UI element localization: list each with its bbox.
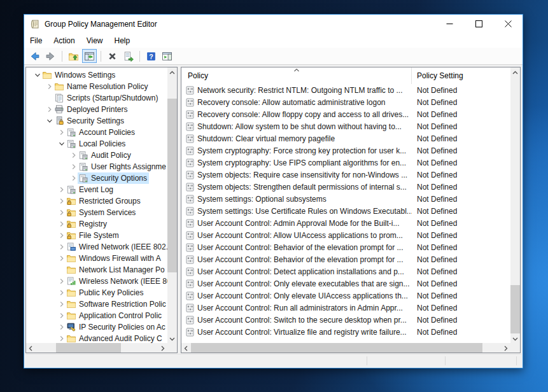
tree-item-audit-policy[interactable]: Audit Policy	[26, 150, 167, 161]
tree-item-wired-network-ieee-802[interactable]: Wired Network (IEEE 802.	[26, 241, 167, 253]
tree-item-account-policies[interactable]: Account Policies	[26, 127, 167, 138]
tree-item-ip-security-policies-on-ac[interactable]: IP Security Policies on Ac	[26, 321, 167, 333]
title-bar[interactable]: Group Policy Management Editor	[24, 15, 523, 34]
tree-item-advanced-audit-policy-c[interactable]: Advanced Audit Policy C	[26, 333, 167, 343]
chevron-right-icon[interactable]	[58, 129, 66, 136]
scroll-down-button[interactable]	[167, 333, 177, 343]
scroll-thumb[interactable]	[191, 343, 482, 353]
chevron-right-icon[interactable]	[58, 244, 66, 250]
tree-item-public-key-policies[interactable]: Public Key Policies	[26, 287, 167, 298]
tree-item-name-resolution-policy[interactable]: Name Resolution Policy	[26, 81, 167, 92]
policy-row[interactable]: Network security: Restrict NTLM: Outgoin…	[181, 84, 510, 96]
policy-setting-column-header[interactable]: Policy Setting	[412, 67, 510, 84]
chevron-right-icon[interactable]	[58, 198, 66, 204]
policy-row[interactable]: Shutdown: Clear virtual memory pagefileN…	[181, 132, 510, 144]
chevron-right-icon[interactable]	[70, 152, 78, 158]
policy-row[interactable]: Recovery console: Allow floppy copy and …	[181, 108, 510, 120]
tree-item-security-settings[interactable]: Security Settings	[26, 115, 167, 127]
chevron-right-icon[interactable]	[58, 186, 66, 193]
list-horizontal-scrollbar[interactable]	[181, 343, 510, 353]
tree-item-user-rights-assignme[interactable]: User Rights Assignme	[26, 161, 167, 172]
policy-row[interactable]: User Account Control: Detect application…	[181, 265, 510, 277]
chevron-right-icon[interactable]	[58, 232, 66, 239]
policy-row[interactable]: User Account Control: Behavior of the el…	[181, 253, 510, 265]
help-button[interactable]: ?	[144, 49, 158, 63]
policy-row[interactable]: User Account Control: Admin Approval Mod…	[181, 217, 510, 229]
policy-row[interactable]: Recovery console: Allow automatic admini…	[181, 96, 510, 108]
scroll-right-button[interactable]	[158, 343, 167, 353]
tree-item-security-options[interactable]: Security Options	[26, 172, 167, 184]
chevron-right-icon[interactable]	[70, 164, 78, 170]
chevron-down-icon[interactable]	[46, 118, 53, 124]
policy-row[interactable]: Shutdown: Allow system to be shut down w…	[181, 120, 510, 132]
tree-item-software-restriction-polic[interactable]: Software Restriction Polic	[26, 298, 167, 310]
tree-item-event-log[interactable]: Event Log	[26, 184, 167, 195]
policy-row[interactable]: User Account Control: Only elevate execu…	[181, 277, 510, 290]
chevron-down-icon[interactable]	[58, 141, 66, 147]
chevron-right-icon[interactable]	[58, 221, 66, 227]
chevron-right-icon[interactable]	[58, 255, 66, 262]
scroll-up-button[interactable]	[510, 67, 520, 77]
chevron-right-icon[interactable]	[70, 175, 78, 181]
policy-row[interactable]: User Account Control: Behavior of the el…	[181, 241, 510, 253]
policy-column-header[interactable]: Policy	[181, 67, 412, 84]
policy-row[interactable]: System objects: Strengthen default permi…	[181, 181, 510, 193]
policy-row[interactable]: User Account Control: Switch to the secu…	[181, 314, 510, 326]
tree-item-wireless-network-ieee-80[interactable]: Wireless Network (IEEE 80	[26, 276, 167, 287]
scroll-thumb[interactable]	[510, 285, 520, 333]
chevron-right-icon[interactable]	[58, 324, 66, 330]
menu-file[interactable]: File	[24, 34, 48, 47]
tree-item-deployed-printers[interactable]: Deployed Printers	[26, 104, 167, 115]
show-console-tree-button[interactable]	[82, 49, 97, 63]
policy-row[interactable]: System cryptography: Force strong key pr…	[181, 144, 510, 157]
chevron-right-icon[interactable]	[46, 106, 53, 113]
tree-item-registry[interactable]: Registry	[26, 218, 167, 230]
tree-item-system-services[interactable]: System Services	[26, 207, 167, 218]
chevron-right-icon[interactable]	[58, 290, 66, 296]
up-one-level-button[interactable]	[66, 49, 81, 63]
delete-button[interactable]	[105, 49, 120, 63]
policy-row[interactable]: User Account Control: Only elevate UIAcc…	[181, 290, 510, 302]
back-button[interactable]	[27, 49, 42, 63]
scroll-left-button[interactable]	[181, 343, 191, 353]
chevron-right-icon[interactable]	[58, 209, 66, 216]
policy-row[interactable]: User Account Control: Allow UIAccess app…	[181, 229, 510, 241]
scroll-down-button[interactable]	[510, 333, 520, 343]
menu-view[interactable]: View	[81, 34, 109, 47]
close-button[interactable]	[493, 15, 523, 34]
tree-vertical-scrollbar[interactable]	[167, 67, 177, 343]
scroll-right-button[interactable]	[501, 343, 510, 353]
policy-row[interactable]: System objects: Require case insensitivi…	[181, 169, 510, 181]
show-action-pane-button[interactable]	[160, 49, 174, 63]
chevron-down-icon[interactable]	[34, 72, 41, 78]
scroll-thumb[interactable]	[56, 343, 121, 353]
tree-item-windows-firewall-with-a[interactable]: Windows Firewall with A	[26, 253, 167, 264]
tree-item-file-system[interactable]: File System	[26, 230, 167, 241]
chevron-right-icon[interactable]	[58, 312, 66, 319]
policy-row[interactable]: System settings: Optional subsystemsNot …	[181, 193, 510, 205]
tree-item-application-control-polic[interactable]: Application Control Polic	[26, 310, 167, 321]
scroll-left-button[interactable]	[26, 343, 36, 353]
chevron-right-icon[interactable]	[58, 278, 66, 284]
minimize-button[interactable]	[435, 15, 464, 34]
chevron-right-icon[interactable]	[58, 301, 66, 307]
policy-row[interactable]: System settings: Use Certificate Rules o…	[181, 205, 510, 217]
policy-row[interactable]: System cryptography: Use FIPS compliant …	[181, 157, 510, 169]
chevron-right-icon[interactable]	[46, 83, 53, 90]
scroll-thumb[interactable]	[167, 99, 177, 272]
scroll-up-button[interactable]	[167, 67, 177, 77]
tree-item-scripts-startup-shutdown[interactable]: Scripts (Startup/Shutdown)	[26, 92, 167, 104]
policy-row[interactable]: User Account Control: Virtualize file an…	[181, 326, 510, 338]
list-vertical-scrollbar[interactable]	[510, 67, 520, 343]
maximize-button[interactable]	[464, 15, 493, 34]
tree-item-local-policies[interactable]: Local Policies	[26, 138, 167, 150]
tree-horizontal-scrollbar[interactable]	[26, 343, 167, 353]
tree-item-network-list-manager-po[interactable]: Network List Manager Po	[26, 264, 167, 276]
menu-action[interactable]: Action	[48, 34, 80, 47]
tree-item-restricted-groups[interactable]: Restricted Groups	[26, 195, 167, 207]
export-list-button[interactable]	[121, 49, 136, 63]
menu-help[interactable]: Help	[109, 34, 136, 47]
policy-row[interactable]: User Account Control: Run all administra…	[181, 302, 510, 314]
tree-item-windows-settings[interactable]: Windows Settings	[26, 69, 167, 81]
forward-button[interactable]	[43, 49, 58, 63]
